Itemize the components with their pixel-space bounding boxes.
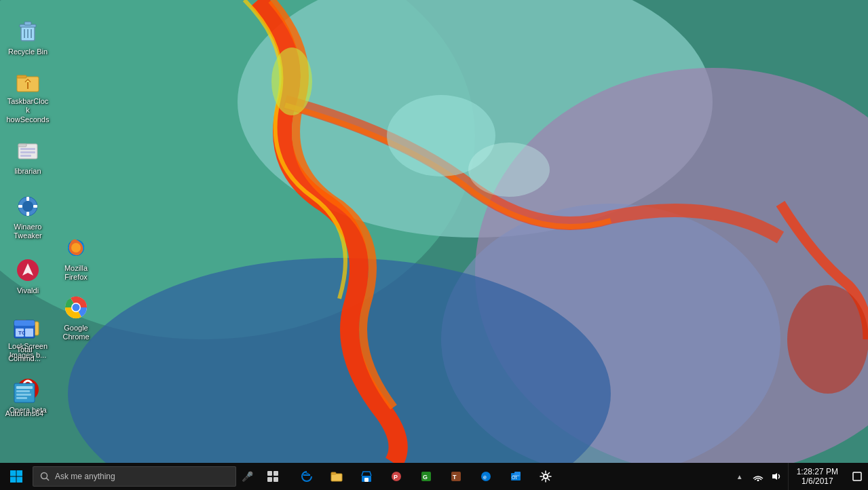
svg-rect-27 [26,212,29,216]
desktop-icon-recycle-bin[interactable]: Recycle Bin [3,10,52,64]
taskbar-outlook-button[interactable]: Ot [502,463,529,490]
svg-rect-56 [267,471,272,476]
svg-rect-20 [18,144,26,147]
vivaldi-icon [14,257,41,284]
tray-volume-icon[interactable] [768,463,784,490]
svg-rect-59 [273,477,278,482]
svg-rect-60 [331,474,342,481]
taskbar-app3-button[interactable]: T [442,463,470,490]
desktop-icon-winaero[interactable]: Winaero Tweaker [3,189,52,244]
svg-point-25 [22,201,33,212]
taskbar: Ask me anything 🎤 [0,463,868,490]
svg-rect-57 [273,471,278,476]
taskbar-app2-button[interactable]: G [413,463,440,490]
firefox-icon [62,234,90,261]
taskbarclock-label: TaskbarClockhowSeconds [6,97,50,124]
chrome-label: Google Chrome [54,324,98,341]
desktop-icon-firefox[interactable]: Mozilla Firefox [52,231,100,285]
app1-icon: P [390,470,402,483]
svg-rect-50 [10,470,16,476]
taskbarclock-icon [14,70,41,94]
svg-rect-48 [16,394,31,396]
svg-rect-52 [10,477,16,483]
outlook-icon: Ot [510,470,522,483]
svg-rect-53 [17,477,23,483]
svg-line-55 [47,478,50,481]
svg-rect-58 [267,477,272,482]
svg-rect-17 [17,75,26,78]
search-bar[interactable]: Ask me anything [33,466,236,487]
recycle-bin-icon [14,18,41,45]
svg-point-9 [271,48,312,115]
svg-point-8 [468,143,550,197]
svg-rect-28 [18,205,22,208]
desktop-icon-chrome[interactable]: Google Chrome [52,290,100,345]
totalcmd-icon: TC [11,316,38,343]
desktop-icon-totalcmd[interactable]: TC TotalCommd... [0,312,49,366]
search-placeholder: Ask me anything [55,472,115,481]
search-icon [40,472,50,481]
svg-text:Ot: Ot [512,475,516,480]
svg-rect-43 [25,328,33,337]
start-button[interactable] [0,463,33,490]
taskbar-explorer-button[interactable] [323,463,350,490]
librarian-icon [14,137,41,164]
edge-icon [301,470,313,483]
svg-rect-41 [14,320,35,326]
task-view-icon [267,470,279,483]
svg-text:P: P [394,474,398,480]
svg-text:T: T [453,474,457,480]
svg-text:G: G [423,474,428,480]
notification-icon [852,472,862,481]
desktop-icon-vivaldi[interactable]: Vivaldi [3,249,52,303]
svg-rect-12 [24,22,31,25]
clock-date: 1/6/2017 [801,476,833,486]
desktop: Recycle Bin TaskbarClockhowSeconds [0,0,868,463]
svg-text:TC: TC [18,330,26,336]
taskbar-app4-button[interactable]: e [472,463,499,490]
settings-taskbar-icon [540,470,552,483]
firefox-label: Mozilla Firefox [54,264,98,282]
svg-point-54 [41,473,48,479]
app2-icon: G [420,470,432,483]
desktop-icon-taskbarclock[interactable]: TaskbarClockhowSeconds [3,70,52,124]
svg-rect-47 [16,390,30,392]
winaero-label: Winaero Tweaker [6,223,50,240]
wallpaper [0,0,868,463]
svg-rect-63 [364,478,369,482]
taskbar-edge-button[interactable] [293,463,320,490]
desktop-icon-librarian[interactable]: librarian [3,130,52,184]
autoruns-icon [11,379,38,407]
app4-icon: e [480,470,492,483]
windows-logo-icon [10,470,22,483]
desktop-icon-autoruns[interactable]: Autoruns64 [0,372,49,426]
taskbar-app1-button[interactable]: P [383,463,410,490]
svg-rect-51 [17,470,23,476]
system-tray: ▲ 1:28:27 PM 1/6/2017 [734,463,868,490]
notification-center-button[interactable] [846,463,868,490]
tray-icons-area [746,463,789,490]
app3-icon: T [450,470,462,483]
taskbar-settings-button[interactable] [532,463,559,490]
explorer-icon [331,470,343,483]
svg-point-39 [73,303,80,311]
volume-status-icon [770,472,781,481]
clock-time: 1:28:27 PM [797,467,838,476]
svg-point-77 [757,480,759,482]
recycle-bin-label: Recycle Bin [8,48,48,56]
tray-expand-button[interactable]: ▲ [734,463,746,490]
autoruns-label: Autoruns64 [5,409,43,418]
svg-rect-61 [331,472,336,474]
tray-network-icon[interactable] [750,463,766,490]
taskbar-store-button[interactable] [353,463,380,490]
desktop-icons-col3: TC TotalCommd... Autoruns64 [0,312,49,426]
clock-area[interactable]: 1:28:27 PM 1/6/2017 [789,463,846,490]
taskbar-pinned-apps: P G T e Ot [288,463,565,490]
desktop-icons-col2: Mozilla Firefox [52,231,100,345]
network-status-icon [753,472,763,481]
task-view-button[interactable] [258,463,288,490]
vivaldi-label: Vivaldi [17,286,39,295]
svg-rect-26 [26,197,29,201]
svg-rect-29 [33,205,37,208]
cortana-mic-button[interactable]: 🎤 [236,463,258,490]
